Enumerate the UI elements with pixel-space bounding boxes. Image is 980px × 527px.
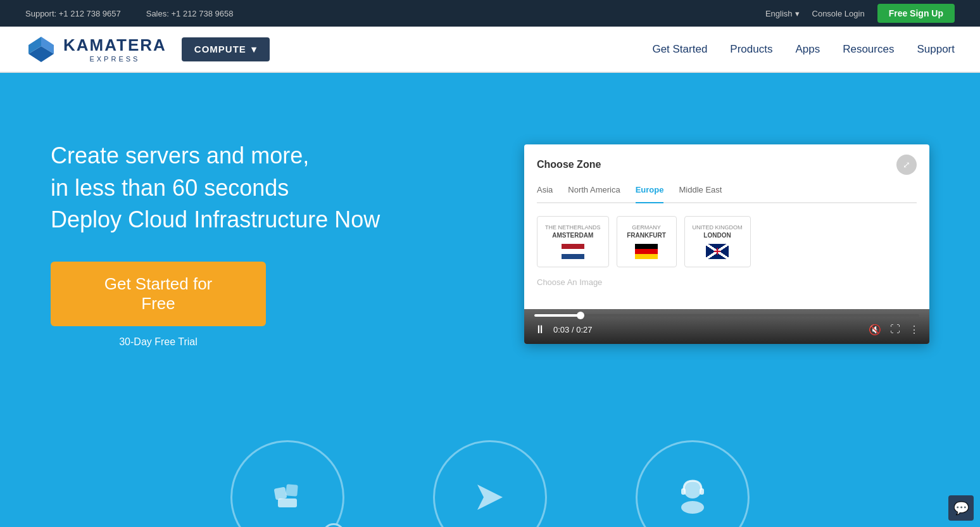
video-header: Choose Zone ⤢ [537, 155, 917, 175]
svg-point-8 [681, 501, 704, 514]
pause-button[interactable]: ⏸ [534, 323, 546, 336]
feature-speed [433, 440, 547, 527]
chat-icon: 💬 [953, 500, 969, 516]
expand-icon[interactable]: ⤢ [896, 155, 917, 175]
nav-link-apps[interactable]: Apps [795, 43, 820, 56]
nav-link-get-started[interactable]: Get Started [652, 43, 707, 56]
mute-icon[interactable]: 🔇 [869, 324, 881, 336]
logo-text: KAMATERA EXPRESS [63, 35, 166, 63]
cta-button[interactable]: Get Started for Free [51, 262, 266, 326]
top-bar: Support: +1 212 738 9657 Sales: +1 212 7… [0, 0, 980, 27]
flag-nl [562, 244, 584, 259]
svg-rect-9 [681, 488, 686, 495]
svg-marker-6 [477, 485, 503, 510]
fullscreen-icon[interactable]: ⛶ [890, 324, 900, 335]
video-player: Choose Zone ⤢ Asia North America Europe … [524, 144, 929, 344]
support-phone: Support: +1 212 738 9657 [25, 9, 121, 18]
support-icon [667, 472, 718, 523]
feature-cloud: ✓ [230, 440, 344, 527]
speed-icon [465, 472, 515, 523]
trial-text: 30-Day Free Trial [51, 336, 266, 348]
feature-circle-speed [433, 440, 547, 527]
compute-label: COMPUTE [194, 44, 246, 54]
flag-uk [706, 244, 729, 259]
nav-left: KAMATERA EXPRESS COMPUTE ▾ [25, 34, 270, 65]
cloud-icon [262, 472, 313, 523]
logo-icon [25, 34, 57, 65]
hero-title-line1: Create servers and more, [51, 143, 309, 168]
zone-card-amsterdam[interactable]: THE NETHERLANDS AMSTERDAM [537, 216, 609, 267]
expand-symbol: ⤢ [903, 160, 910, 170]
svg-rect-4 [286, 484, 298, 497]
features-section: ✓ 24/7 [0, 415, 980, 527]
feature-circle-cloud: ✓ [230, 440, 344, 527]
sales-phone: Sales: +1 212 738 9658 [146, 9, 234, 18]
time-current: 0:03 [553, 325, 569, 334]
zone-card-frankfurt[interactable]: GERMANY FRANKFURT [617, 216, 677, 267]
zone-tabs: Asia North America Europe Middle East [537, 185, 917, 203]
language-selector[interactable]: English ▾ [765, 9, 800, 18]
hero-title-line2: in less than 60 seconds [51, 175, 289, 201]
progress-bar[interactable] [534, 314, 919, 317]
more-options-icon[interactable]: ⋮ [909, 324, 919, 336]
hero-section: Create servers and more, in less than 60… [0, 73, 980, 415]
navbar: KAMATERA EXPRESS COMPUTE ▾ Get Started P… [0, 27, 980, 72]
zone-country-nl: THE NETHERLANDS [545, 224, 601, 231]
hero-title-line3: Deploy Cloud Infrastructure Now [51, 206, 380, 232]
top-bar-actions: English ▾ Console Login Free Sign Up [765, 4, 955, 23]
zone-card-london[interactable]: UNITED KINGDOM LONDON [684, 216, 751, 267]
zone-country-uk: UNITED KINGDOM [693, 224, 743, 231]
time-total: 0:27 [576, 325, 592, 334]
nav-right: Get Started Products Apps Resources Supp… [652, 43, 955, 56]
choose-zone-title: Choose Zone [537, 159, 601, 170]
console-login-link[interactable]: Console Login [812, 9, 865, 18]
svg-rect-10 [700, 488, 704, 495]
check-badge: ✓ [322, 523, 345, 527]
tab-europe[interactable]: Europe [636, 185, 664, 203]
logo[interactable]: KAMATERA EXPRESS [25, 34, 166, 65]
chevron-down-icon: ▾ [795, 9, 800, 18]
choose-image-text: Choose An Image [537, 277, 917, 287]
controls-row: ⏸ 0:03 / 0:27 🔇 ⛶ ⋮ [534, 323, 919, 336]
tab-north-america[interactable]: North America [568, 185, 620, 197]
flag-de [635, 244, 658, 259]
zone-city-frankfurt: FRANKFURT [625, 232, 669, 239]
video-content: Choose Zone ⤢ Asia North America Europe … [524, 144, 929, 309]
hero-content: Create servers and more, in less than 60… [51, 140, 486, 347]
feature-circle-support: 24/7 [636, 440, 750, 527]
video-controls: ⏸ 0:03 / 0:27 🔇 ⛶ ⋮ [524, 309, 929, 344]
progress-knob[interactable] [577, 312, 584, 319]
feature-support: 24/7 [636, 440, 750, 527]
zone-cards: THE NETHERLANDS AMSTERDAM GERMANY FRANKF… [537, 216, 917, 267]
zone-city-london: LONDON [693, 232, 743, 239]
nav-link-products[interactable]: Products [730, 43, 772, 56]
video-panel: Choose Zone ⤢ Asia North America Europe … [524, 144, 929, 344]
progress-fill [534, 314, 581, 317]
logo-sub: EXPRESS [63, 55, 166, 63]
chat-widget[interactable]: 💬 [948, 495, 974, 521]
tab-asia[interactable]: Asia [537, 185, 553, 197]
svg-rect-5 [278, 498, 297, 507]
language-label: English [765, 9, 793, 18]
free-signup-button[interactable]: Free Sign Up [877, 4, 955, 23]
svg-rect-3 [274, 487, 287, 500]
time-display: 0:03 / 0:27 [553, 325, 592, 334]
nav-link-support[interactable]: Support [917, 43, 955, 56]
nav-link-resources[interactable]: Resources [843, 43, 894, 56]
zone-city-amsterdam: AMSTERDAM [545, 232, 601, 239]
hero-title: Create servers and more, in less than 60… [51, 140, 486, 236]
controls-left: ⏸ 0:03 / 0:27 [534, 323, 592, 336]
logo-name: KAMATERA [63, 35, 166, 55]
tab-middle-east[interactable]: Middle East [679, 185, 722, 197]
chevron-down-icon: ▾ [251, 44, 257, 55]
compute-button[interactable]: COMPUTE ▾ [182, 37, 270, 61]
zone-country-de: GERMANY [625, 224, 669, 231]
controls-right: 🔇 ⛶ ⋮ [869, 324, 919, 336]
top-bar-contacts: Support: +1 212 738 9657 Sales: +1 212 7… [25, 9, 233, 18]
